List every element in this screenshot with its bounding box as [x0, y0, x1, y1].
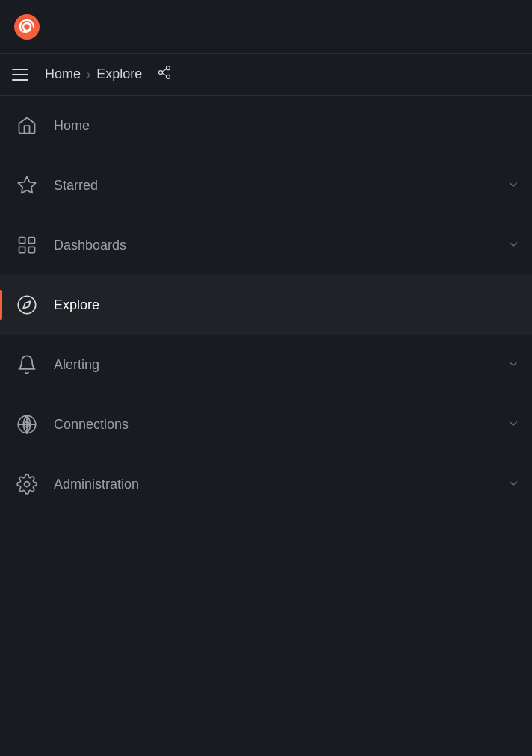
- sidebar-item-connections[interactable]: Connections: [0, 394, 532, 454]
- explore-icon: [12, 290, 42, 320]
- svg-rect-10: [19, 247, 25, 252]
- sidebar-item-home[interactable]: Home: [0, 96, 532, 155]
- sidebar-item-starred-label: Starred: [54, 178, 507, 193]
- breadcrumb-current: Explore: [96, 66, 142, 82]
- chevron-down-icon: [507, 238, 520, 253]
- nav-header: Home › Explore: [0, 54, 532, 96]
- sidebar-item-home-label: Home: [54, 118, 520, 134]
- svg-rect-9: [28, 238, 34, 244]
- dashboards-icon: [12, 230, 42, 260]
- star-icon: [12, 170, 42, 200]
- sidebar-item-alerting-label: Alerting: [54, 357, 507, 373]
- sidebar-item-dashboards-label: Dashboards: [54, 238, 507, 253]
- share-button[interactable]: [157, 65, 172, 84]
- svg-point-12: [18, 296, 35, 313]
- sidebar-item-explore-label: Explore: [54, 297, 520, 313]
- svg-point-2: [167, 66, 170, 70]
- svg-line-6: [163, 69, 167, 71]
- svg-point-3: [159, 71, 163, 75]
- administration-icon: [12, 469, 42, 499]
- sidebar-item-dashboards[interactable]: Dashboards: [0, 215, 532, 275]
- svg-point-18: [25, 482, 30, 487]
- chevron-down-icon: [507, 178, 520, 193]
- sidebar-item-starred[interactable]: Starred: [0, 155, 532, 215]
- sidebar-nav: Home Starred: [0, 96, 532, 514]
- breadcrumb-separator: ›: [87, 68, 90, 81]
- svg-point-0: [14, 14, 40, 40]
- svg-rect-11: [28, 247, 34, 252]
- breadcrumb-home[interactable]: Home: [45, 66, 81, 82]
- sidebar-item-explore[interactable]: Explore: [0, 275, 532, 335]
- breadcrumb: Home › Explore: [45, 66, 142, 82]
- chevron-down-icon: [507, 357, 520, 373]
- svg-point-4: [167, 75, 170, 78]
- grafana-logo: [12, 12, 42, 42]
- svg-rect-8: [19, 238, 25, 244]
- chevron-down-icon: [507, 477, 520, 492]
- sidebar-item-connections-label: Connections: [54, 417, 507, 433]
- sidebar-item-administration-label: Administration: [54, 477, 507, 492]
- alerting-icon: [12, 350, 42, 379]
- svg-marker-13: [23, 301, 31, 309]
- chevron-down-icon: [507, 417, 520, 433]
- connections-icon: [12, 409, 42, 439]
- svg-marker-7: [18, 176, 35, 193]
- home-icon: [12, 111, 42, 140]
- sidebar-item-administration[interactable]: Administration: [0, 454, 532, 514]
- hamburger-button[interactable]: [12, 63, 36, 87]
- top-bar: [0, 0, 532, 54]
- sidebar-item-alerting[interactable]: Alerting: [0, 335, 532, 394]
- svg-line-5: [163, 73, 167, 75]
